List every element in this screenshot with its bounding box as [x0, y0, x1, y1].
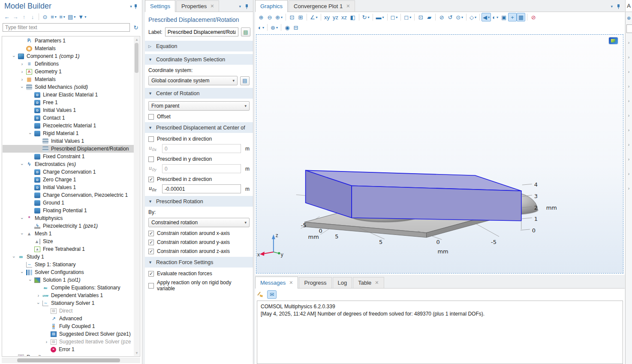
- dropdown-caret-icon[interactable]: ▾: [368, 15, 370, 19]
- add-material-strip[interactable]: A ⊕ ›››››››››››: [625, 0, 632, 364]
- tab-log[interactable]: Log: [333, 277, 352, 288]
- tree-node-direct[interactable]: ▨Direct: [3, 307, 134, 315]
- expand-all-icon[interactable]: ≡▾: [49, 12, 58, 21]
- constrain-x-checkbox[interactable]: [148, 231, 154, 236]
- section-prescribed-displacement[interactable]: ▼ Prescribed Displacement at Center of: [145, 122, 253, 133]
- chevron-down-icon[interactable]: ›: [20, 268, 24, 276]
- refresh-icon[interactable]: ↻: [132, 23, 140, 32]
- tree-node-multiphysics[interactable]: ›*Multiphysics: [3, 214, 134, 222]
- dropdown-caret-icon[interactable]: ▾: [461, 15, 463, 19]
- go-back-icon[interactable]: ←: [3, 12, 11, 21]
- u0x-field[interactable]: 0: [162, 144, 241, 153]
- section-coordinate-system[interactable]: ▼ Coordinate System Selection: [145, 54, 253, 65]
- disable-plot-icon[interactable]: ⊘: [529, 13, 538, 21]
- chevron-right-icon[interactable]: ›: [626, 181, 632, 196]
- tree-node-results[interactable]: ›▣Results: [3, 353, 134, 356]
- tab-properties[interactable]: Properties✕: [176, 0, 219, 12]
- camera-projection-icon[interactable]: ◧: [349, 13, 357, 21]
- new-messages-icon[interactable]: ✉: [267, 290, 277, 299]
- chevron-right-icon[interactable]: ›: [626, 167, 632, 181]
- show-frame-icon[interactable]: ▣: [500, 13, 508, 21]
- view-xy-icon[interactable]: xy: [323, 13, 331, 21]
- move-up-icon[interactable]: ↑: [20, 12, 28, 21]
- tree-node-mesh-1[interactable]: ›▲Mesh 1: [3, 230, 134, 238]
- label-input[interactable]: [165, 27, 238, 36]
- chevron-down-icon[interactable]: ›: [36, 299, 41, 307]
- tree-node-materials[interactable]: Materials: [3, 45, 134, 52]
- tree-node-fixed-constraint-1[interactable]: Fixed Constraint 1: [3, 153, 134, 160]
- dropdown-caret-icon[interactable]: ▾: [382, 15, 384, 19]
- chevron-down-icon[interactable]: ›: [20, 214, 24, 222]
- pin-icon[interactable]: [244, 4, 250, 9]
- rename-icon[interactable]: ▤: [241, 27, 250, 36]
- color-theme-icon[interactable]: ◐▾: [257, 23, 265, 32]
- dropdown-caret-icon[interactable]: ▾: [316, 15, 318, 19]
- go-forward-icon[interactable]: →: [11, 12, 20, 21]
- tree-node-piezoelectric-material-1[interactable]: Piezoelectric Material 1: [3, 122, 134, 129]
- tab-settings[interactable]: Settings: [145, 0, 175, 12]
- tree-vertical-scrollbar[interactable]: ▲ ▼: [134, 37, 139, 356]
- zoom-in-icon[interactable]: ⊕: [257, 13, 265, 21]
- dropdown-caret-icon[interactable]: ▾: [276, 26, 278, 30]
- chevron-right-icon[interactable]: ›: [626, 138, 632, 152]
- panel-menu-icon[interactable]: ▾: [611, 4, 613, 9]
- section-reaction-force[interactable]: ▼ Reaction Force Settings: [145, 257, 253, 268]
- filter-icon[interactable]: ▼▾: [77, 12, 87, 21]
- u0z-field[interactable]: -0.00001: [162, 184, 241, 193]
- dropdown-caret-icon[interactable]: ▾: [396, 15, 397, 19]
- chevron-down-icon[interactable]: ›: [20, 83, 24, 91]
- tree-node-component-1[interactable]: ›Component 1(comp 1): [3, 52, 134, 60]
- chevron-right-icon[interactable]: ›: [626, 94, 632, 108]
- rotate-view-icon[interactable]: ↻▾: [361, 13, 371, 21]
- chevron-down-icon[interactable]: ›: [20, 230, 24, 238]
- tree-node-floating-potential-1[interactable]: Floating Potential 1: [3, 207, 134, 214]
- tree-node-solution-1[interactable]: ›Solution 1(sol1): [3, 276, 134, 284]
- tree-node-solid-mechanics[interactable]: ›Solid Mechanics(solid): [3, 83, 134, 91]
- dropdown-caret-icon[interactable]: ▾: [74, 15, 75, 19]
- filter-input[interactable]: [3, 23, 130, 32]
- chevron-right-icon[interactable]: ›: [34, 293, 42, 298]
- tree-node-suggested-iterative-solver-pze[interactable]: ›▨Suggested Iterative Solver (pze: [3, 338, 134, 346]
- chevron-down-icon[interactable]: ›: [12, 52, 16, 60]
- close-icon[interactable]: ✕: [210, 3, 214, 9]
- group-select-icon[interactable]: ◻▾: [403, 13, 412, 21]
- dropdown-caret-icon[interactable]: ▾: [84, 15, 86, 19]
- center-of-rotation-select[interactable]: From parent▾: [148, 101, 250, 111]
- comsol-logo-icon[interactable]: [609, 37, 618, 44]
- strip-search-input[interactable]: [626, 24, 632, 33]
- close-icon[interactable]: ✕: [375, 280, 379, 286]
- tree-node-electrostatics[interactable]: ›ϟElectrostatics(es): [3, 160, 134, 168]
- tab-messages[interactable]: Messages✕: [255, 277, 298, 289]
- snapshot-icon[interactable]: ◉: [283, 23, 292, 32]
- close-icon[interactable]: ✕: [289, 280, 293, 286]
- tree-node-prescribed-displacement-rotation[interactable]: Prescribed Displacement/Rotation: [3, 145, 134, 153]
- dropdown-caret-icon[interactable]: ▾: [488, 15, 490, 19]
- tab-convergence-plot[interactable]: Convergence Plot 1✕: [289, 0, 355, 12]
- tree-node-initial-values-1[interactable]: Initial Values 1: [3, 137, 134, 145]
- wireframe-rendering-icon[interactable]: ◇▾: [468, 13, 478, 21]
- tree-node-study-1[interactable]: ›∞Study 1: [3, 253, 134, 261]
- zoom-box-icon[interactable]: ⊕▾: [274, 13, 284, 21]
- tab-table[interactable]: Table✕: [353, 277, 384, 288]
- apply-reaction-checkbox[interactable]: [148, 283, 154, 289]
- chevron-right-icon[interactable]: ›: [626, 36, 632, 50]
- create-coordinate-icon[interactable]: ▤: [240, 76, 250, 85]
- u0y-field[interactable]: 0: [162, 164, 241, 173]
- section-center-of-rotation[interactable]: ▼ Center of Rotation: [145, 88, 253, 99]
- prescribed-x-checkbox[interactable]: [148, 136, 154, 142]
- chevron-right-icon[interactable]: ›: [18, 69, 26, 74]
- go-to-default-view-icon[interactable]: ⊡: [288, 13, 296, 21]
- chevron-down-icon[interactable]: ›: [28, 129, 33, 137]
- tree-node-initial-values-1[interactable]: DInitial Values 1: [3, 106, 134, 114]
- show-axis-icon[interactable]: +: [508, 13, 517, 21]
- chevron-right-icon[interactable]: ›: [626, 108, 632, 123]
- tree-node-dependent-variables-1[interactable]: ›uvwDependent Variables 1: [3, 292, 134, 299]
- tree-horizontal-scrollbar[interactable]: [2, 358, 140, 363]
- dropdown-caret-icon[interactable]: ▾: [281, 15, 283, 19]
- chevron-right-icon[interactable]: ›: [18, 77, 26, 82]
- chevron-right-icon[interactable]: ›: [18, 62, 26, 66]
- constrain-y-checkbox[interactable]: [148, 240, 154, 245]
- dropdown-caret-icon[interactable]: ▾: [262, 26, 264, 30]
- zoom-extents-icon[interactable]: ⊞: [296, 13, 305, 21]
- coordinate-system-select[interactable]: Global coordinate system▾: [148, 76, 238, 85]
